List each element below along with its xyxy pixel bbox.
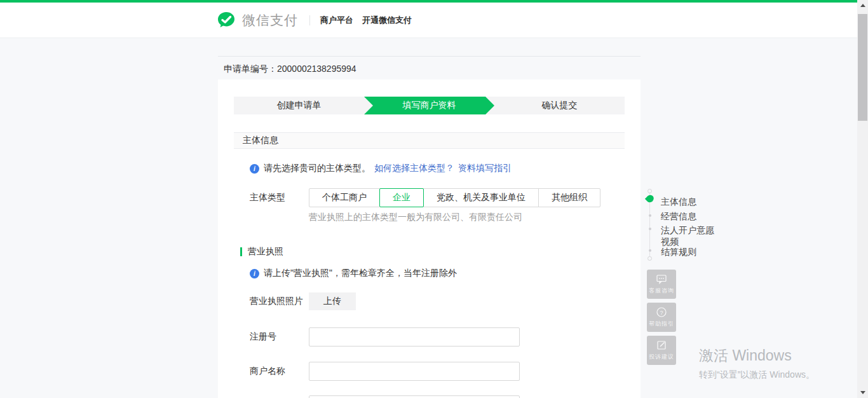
info-icon: i — [250, 269, 259, 278]
license-notice-text: 请上传"营业执照"，需年检章齐全，当年注册除外 — [264, 268, 457, 279]
step-wizard: 创建申请单 填写商户资料 确认提交 — [234, 97, 625, 114]
anchor-item-subject-info[interactable]: 主体信息 — [661, 196, 696, 207]
license-photo-row: 营业执照照片 上传 — [250, 292, 625, 310]
link-how-to-choose-subject-type[interactable]: 如何选择主体类型？ — [374, 163, 454, 174]
step-confirm-submit: 确认提交 — [494, 97, 625, 114]
license-section-title: 营业执照 — [240, 247, 625, 257]
customer-service-label: 客服咨询 — [649, 287, 674, 295]
scrollbar-thumb[interactable] — [858, 14, 867, 121]
section-header-subject-info: 主体信息 — [234, 132, 625, 149]
info-icon: i — [250, 164, 259, 174]
scrollbar-down-arrow[interactable] — [857, 387, 868, 398]
feedback-button[interactable]: 投诉建议 — [647, 336, 676, 365]
subject-type-button-group: 个体工商户 企业 党政、机关及事业单位 其他组织 — [309, 188, 600, 207]
subject-notice-text: 请先选择贵司的主体类型。 — [264, 163, 370, 174]
customer-service-button[interactable]: 客服咨询 — [647, 270, 676, 299]
feedback-icon — [656, 340, 667, 351]
link-filling-guide[interactable]: 资料填写指引 — [458, 163, 512, 174]
nav-merchant-platform[interactable]: 商户平台 — [320, 15, 353, 26]
license-upload-notice: i 请上传"营业执照"，需年检章齐全，当年注册除外 — [250, 268, 625, 279]
header-divider — [309, 15, 310, 25]
subject-type-label: 主体类型 — [250, 192, 309, 203]
subject-type-enterprise-button[interactable]: 企业 — [379, 188, 424, 207]
merchant-name-input[interactable] — [309, 362, 520, 381]
application-number-label: 申请单编号： — [224, 64, 277, 74]
help-guide-label: 帮助指引 — [649, 320, 674, 328]
subject-type-government-button[interactable]: 党政、机关及事业单位 — [423, 188, 539, 207]
header: 微信支付 商户平台 开通微信支付 — [0, 3, 857, 38]
application-number-row: 申请单编号：2000002138295994 — [218, 56, 641, 79]
top-progress-bar — [0, 0, 857, 3]
chat-icon — [656, 273, 667, 285]
subject-type-hint: 营业执照上的主体类型一般为有限公司、有限责任公司 — [309, 212, 625, 222]
wechat-pay-brand[interactable]: 微信支付 — [216, 10, 298, 31]
subject-type-individual-button[interactable]: 个体工商户 — [309, 188, 380, 207]
watermark-line2: 转到“设置”以激活 Windows。 — [699, 369, 815, 381]
upload-button[interactable]: 上传 — [309, 292, 356, 310]
registration-number-input[interactable] — [309, 327, 520, 347]
triangle-down-icon — [860, 391, 865, 394]
merchant-name-row: 商户名称 — [250, 362, 625, 381]
application-number-value: 2000002138295994 — [277, 64, 356, 74]
help-guide-button[interactable]: ? 帮助指引 — [647, 303, 676, 332]
scrollbar-up-arrow[interactable] — [857, 0, 868, 11]
form-panel: 创建申请单 填写商户资料 确认提交 主体信息 i 请先选择贵司的主体类型。 如何… — [218, 79, 641, 398]
subject-type-notice: i 请先选择贵司的主体类型。 如何选择主体类型？ 资料填写指引 — [250, 163, 625, 174]
floating-side-buttons: 客服咨询 ? 帮助指引 投诉建议 — [647, 270, 676, 369]
green-accent-bar — [240, 247, 242, 256]
page: 微信支付 商户平台 开通微信支付 申请单编号：2000002138295994 … — [0, 0, 868, 398]
anchor-top-circle — [648, 189, 652, 193]
subject-type-other-button[interactable]: 其他组织 — [538, 188, 600, 207]
wechat-pay-logo-icon — [216, 10, 236, 31]
vertical-scrollbar[interactable] — [857, 0, 868, 398]
anchor-active-marker-icon — [645, 193, 655, 203]
anchor-dot — [649, 228, 651, 230]
license-title-text: 营业执照 — [248, 246, 283, 257]
license-photo-label: 营业执照照片 — [250, 296, 309, 307]
registration-number-label: 注册号 — [250, 331, 309, 343]
content-column: 申请单编号：2000002138295994 创建申请单 填写商户资料 确认提交… — [218, 56, 641, 398]
brand-text: 微信支付 — [242, 11, 298, 29]
triangle-up-icon — [860, 4, 865, 7]
step-fill-merchant-info: 填写商户资料 — [364, 97, 494, 114]
partial-field-row — [250, 395, 625, 398]
anchor-bottom-circle — [648, 256, 652, 261]
anchor-dot — [649, 214, 651, 217]
windows-activation-watermark: 激活 Windows 转到“设置”以激活 Windows。 — [699, 346, 815, 381]
anchor-item-business-info[interactable]: 经营信息 — [661, 210, 696, 222]
svg-text:?: ? — [660, 310, 663, 316]
anchor-item-settlement-rules[interactable]: 结算规则 — [661, 246, 696, 257]
anchor-dot — [649, 249, 651, 252]
anchor-item-legal-person-video[interactable]: 法人开户意愿视频 — [661, 224, 722, 247]
feedback-label: 投诉建议 — [649, 353, 674, 361]
watermark-line1: 激活 Windows — [699, 346, 815, 366]
partial-field-input[interactable] — [309, 395, 520, 398]
help-icon: ? — [656, 306, 667, 318]
page-title: 开通微信支付 — [362, 15, 412, 26]
registration-number-row: 注册号 — [250, 327, 625, 347]
subject-type-row: 主体类型 个体工商户 企业 党政、机关及事业单位 其他组织 — [250, 188, 625, 207]
merchant-name-label: 商户名称 — [250, 366, 309, 377]
step-create-application: 创建申请单 — [234, 97, 364, 114]
